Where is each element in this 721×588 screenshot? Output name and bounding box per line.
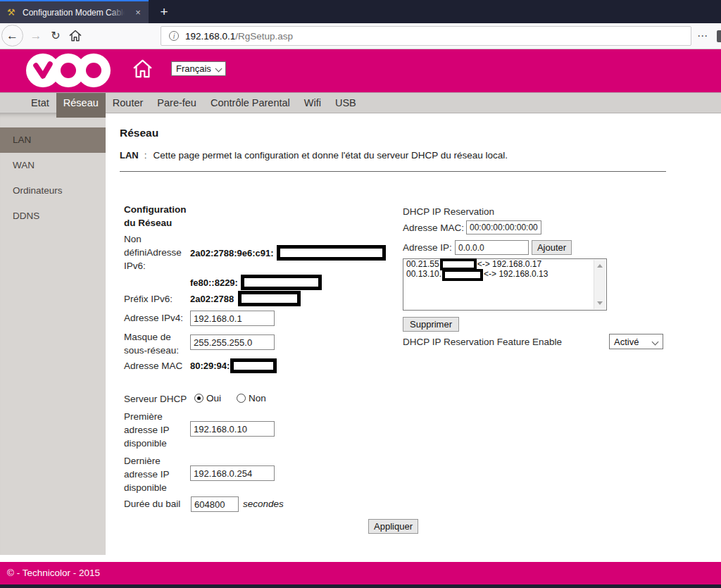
voo-logo-icon: [25, 52, 111, 89]
site-footer: © - Technicolor - 2015: [0, 562, 721, 584]
reservation-mac-label: Adresse MAC:: [403, 223, 464, 233]
redaction-box-prefix: [238, 291, 301, 306]
redaction-box-mac: [230, 358, 277, 373]
network-config-title: Configuration du Réseau: [124, 203, 186, 230]
mac-address-value: 80:29:94:: [190, 361, 230, 371]
ipv6-address-value: 2a02:2788:9e6:c91:: [190, 248, 274, 258]
library-icon-partial[interactable]: [717, 30, 721, 42]
dhcp-oui-label: Oui: [206, 393, 221, 404]
sidebar-item-lan[interactable]: LAN: [0, 127, 106, 153]
tab-close-icon[interactable]: ×: [132, 6, 144, 19]
scroll-up-icon[interactable]: [597, 264, 603, 268]
reservation-ip-label: Adresse IP:: [403, 242, 452, 253]
url-host: 192.168.0.1: [185, 31, 235, 42]
first-ip-input[interactable]: [190, 421, 275, 437]
intro-label: LAN: [120, 150, 139, 161]
mac-address-label: Adresse MAC: [124, 361, 182, 371]
reservation-feature-label: DHCP IP Reservation Feature Enable: [403, 337, 562, 347]
dhcp-oui-radio[interactable]: [194, 394, 203, 403]
language-select[interactable]: Français: [171, 61, 226, 76]
listbox-scrollbar[interactable]: [594, 260, 606, 309]
site-header: Français: [0, 49, 721, 92]
reservation-feature-select[interactable]: Activé: [609, 334, 663, 349]
reservation-listbox[interactable]: 00.21.55<-> 192.168.0.17 00.13.10.<-> 19…: [403, 258, 607, 311]
tab-title-fade: [109, 3, 127, 23]
nav-item-router[interactable]: Router: [106, 93, 151, 113]
main-nav: Etat Réseau Router Pare-feu Contrôle Par…: [0, 92, 721, 113]
screen: ⚒ Configuration Modem Cable R × + ← → ↻ …: [0, 0, 721, 588]
active-tab[interactable]: ⚒ Configuration Modem Cable R ×: [0, 0, 149, 23]
url-text: 192.168.0.1/RgSetup.asp: [185, 30, 293, 42]
ipv6-address-label: Non définiAdresse IPv6:: [124, 232, 182, 273]
last-ip-label: Dernière adresse IP disponible: [124, 454, 170, 494]
voo-logo[interactable]: [25, 52, 111, 92]
browser-tab-bar: ⚒ Configuration Modem Cable R × +: [0, 0, 721, 23]
ipv6-link-local-value: fe80::8229:: [190, 277, 238, 288]
intro-text: Cette page permet la configuration et do…: [153, 150, 508, 161]
nav-item-etat[interactable]: Etat: [24, 93, 56, 113]
back-button[interactable]: ←: [1, 25, 23, 46]
redaction-box-ipv6: [277, 245, 386, 261]
home-icon: [68, 29, 82, 43]
reservation-entry[interactable]: 00.21.55<-> 192.168.0.17: [403, 259, 606, 269]
reservation-entry[interactable]: 00.13.10.<-> 192.168.0.13: [403, 269, 606, 279]
overflow-menu-icon[interactable]: ⋯: [697, 30, 708, 42]
reservation-ip-input[interactable]: [455, 240, 529, 255]
sidebar-list: LAN WAN Ordinateurs DDNS: [0, 127, 106, 229]
refresh-button[interactable]: ↻: [48, 28, 63, 44]
apply-button[interactable]: Appliquer: [368, 519, 418, 534]
info-icon[interactable]: i: [169, 31, 179, 41]
main-content: Réseau LAN:Cette page permet la configur…: [106, 113, 721, 562]
nav-item-reseau[interactable]: Réseau: [56, 93, 106, 118]
dhcp-non-label: Non: [249, 393, 266, 404]
copyright-text: © - Technicolor - 2015: [7, 568, 100, 578]
url-path: /RgSetup.asp: [235, 31, 293, 42]
nav-item-pare-feu[interactable]: Pare-feu: [150, 93, 203, 113]
delete-button[interactable]: Supprimer: [403, 317, 459, 332]
dhcp-non-radio[interactable]: [237, 394, 246, 403]
tools-favicon-icon: ⚒: [7, 6, 15, 19]
forward-button[interactable]: →: [28, 28, 44, 44]
redaction-box-link-local: [241, 275, 322, 290]
add-button[interactable]: Ajouter: [532, 240, 572, 255]
sidebar-item-wan[interactable]: WAN: [0, 153, 106, 178]
page-intro: LAN:Cette page permet la configuration e…: [120, 150, 508, 161]
browser-home-button[interactable]: [68, 29, 82, 43]
sidebar-item-ddns[interactable]: DDNS: [0, 204, 106, 229]
redaction-box-entry-2: [442, 269, 483, 281]
subnet-mask-label: Masque de sous-réseau:: [124, 330, 179, 357]
url-bar[interactable]: i 192.168.0.1/RgSetup.asp: [161, 26, 691, 46]
page-title: Réseau: [120, 127, 158, 139]
last-ip-input[interactable]: [190, 465, 275, 481]
new-tab-button[interactable]: +: [155, 3, 173, 21]
reservation-title: DHCP IP Reservation: [403, 206, 494, 217]
site-home-icon: [131, 57, 154, 80]
sidebar: LAN WAN Ordinateurs DDNS: [0, 113, 106, 555]
ipv6-prefix-value: 2a02:2788: [190, 294, 234, 304]
lease-duration-input[interactable]: [191, 496, 239, 512]
lease-duration-label: Durée du bail: [124, 499, 180, 509]
nav-item-wifi[interactable]: Wifi: [297, 93, 328, 113]
nav-item-controle-parental[interactable]: Contrôle Parental: [203, 93, 297, 113]
first-ip-label: Première adresse IP disponible: [124, 410, 170, 450]
lease-unit-label: secondes: [243, 499, 284, 509]
nav-item-usb[interactable]: USB: [328, 93, 363, 113]
intro-separator: :: [144, 150, 147, 161]
reservation-mac-input[interactable]: [466, 220, 541, 234]
dhcp-server-label: Serveur DHCP: [124, 394, 187, 404]
ipv4-address-label: Adresse IPv4:: [124, 313, 183, 323]
browser-toolbar: ← → ↻ i 192.168.0.1/RgSetup.asp ⋯: [0, 23, 721, 49]
subnet-mask-input[interactable]: [190, 334, 275, 350]
site-home-button[interactable]: [131, 57, 154, 80]
ipv4-address-input[interactable]: [190, 311, 275, 326]
ipv6-prefix-label: Préfix IPv6:: [124, 294, 173, 304]
divider: [120, 171, 666, 172]
bottom-strip: [0, 584, 721, 588]
scroll-down-icon[interactable]: [597, 301, 603, 305]
sidebar-item-ordinateurs[interactable]: Ordinateurs: [0, 178, 106, 204]
